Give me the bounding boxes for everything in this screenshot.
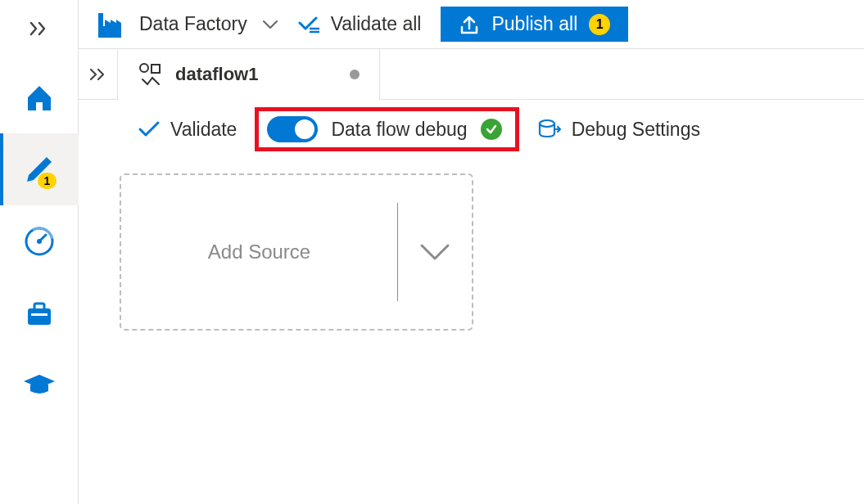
chevron-down-icon — [417, 241, 453, 263]
graduation-cap-icon — [22, 373, 57, 398]
debug-settings-label: Debug Settings — [572, 119, 700, 141]
expand-rail-button[interactable] — [23, 16, 56, 41]
validate-button[interactable]: Validate — [138, 119, 237, 141]
svg-rect-8 — [98, 13, 103, 26]
publish-changes-badge: 1 — [589, 14, 610, 35]
nav-manage[interactable] — [0, 277, 79, 349]
svg-point-3 — [37, 239, 42, 244]
validate-all-label: Validate all — [331, 13, 422, 35]
nav-author[interactable]: 1 — [0, 133, 79, 205]
debug-active-icon — [481, 119, 502, 140]
add-source-label: Add Source — [121, 241, 397, 263]
factory-selector[interactable]: Data Factory — [95, 10, 278, 39]
dataflow-icon — [138, 61, 164, 88]
publish-all-label: Publish all — [491, 13, 577, 35]
svg-rect-6 — [31, 313, 47, 316]
left-nav-rail: 1 — [0, 0, 79, 504]
toggle-knob — [295, 119, 314, 139]
svg-point-11 — [140, 64, 148, 72]
publish-icon — [459, 14, 480, 35]
tab-title: dataflow1 — [175, 64, 258, 85]
nav-home[interactable] — [0, 61, 79, 133]
editor-tabs: dataflow1 — [79, 49, 864, 100]
svg-rect-12 — [152, 65, 160, 73]
dataflow-toolbar: Validate Data flow debug Debug Settings — [79, 100, 864, 159]
dataflow-debug-toggle[interactable] — [267, 116, 318, 142]
top-header: Data Factory Validate all Publish all 1 — [79, 0, 864, 49]
chevron-right-double-icon — [29, 21, 49, 36]
tab-bar-empty — [380, 49, 864, 100]
chevron-right-double-icon — [89, 68, 107, 81]
validate-all-icon — [298, 15, 323, 34]
debug-settings-button[interactable]: Debug Settings — [537, 117, 700, 142]
unsaved-indicator-icon — [350, 70, 360, 79]
expand-tree-button[interactable] — [79, 49, 118, 100]
check-icon — [138, 120, 161, 138]
add-source-box[interactable]: Add Source — [120, 173, 473, 331]
validate-label: Validate — [170, 119, 237, 141]
dataflow-canvas[interactable]: Add Source — [79, 159, 864, 504]
debug-section-highlight: Data flow debug — [255, 107, 518, 151]
tab-dataflow1[interactable]: dataflow1 — [118, 49, 380, 100]
svg-rect-7 — [98, 26, 121, 38]
factory-name: Data Factory — [139, 13, 247, 35]
add-source-dropdown[interactable] — [398, 241, 472, 263]
main-content: Data Factory Validate all Publish all 1 — [79, 0, 864, 504]
toolbox-icon — [23, 297, 56, 330]
nav-monitor[interactable] — [0, 205, 79, 277]
publish-all-button[interactable]: Publish all 1 — [441, 7, 628, 42]
debug-settings-icon — [537, 117, 562, 142]
home-icon — [23, 81, 56, 114]
author-changes-badge: 1 — [38, 173, 57, 189]
dataflow-debug-label: Data flow debug — [331, 119, 467, 141]
chevron-down-icon — [262, 19, 278, 30]
gauge-icon — [23, 225, 56, 258]
nav-learn[interactable] — [0, 349, 79, 421]
validate-all-button[interactable]: Validate all — [298, 13, 422, 35]
factory-icon — [95, 10, 124, 39]
svg-point-13 — [540, 120, 554, 127]
svg-rect-5 — [34, 304, 44, 310]
